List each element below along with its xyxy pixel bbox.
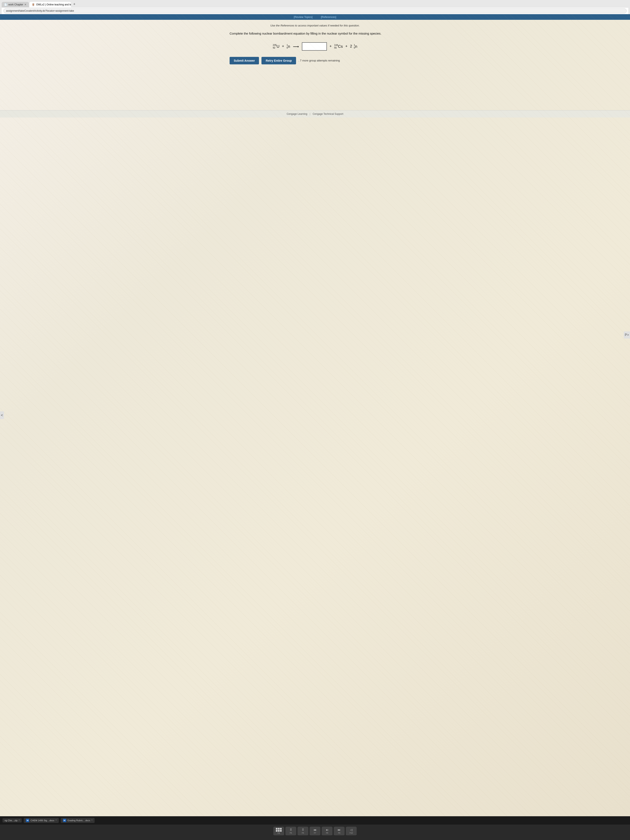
product3-nuclide: 1 0 n (354, 44, 357, 49)
f5-icon: ⠿ (290, 828, 292, 832)
taskbar-docx2[interactable]: W Grading Rubric....docx ^ (61, 818, 95, 823)
product2-nuclide: 144 55 Cs (334, 44, 343, 49)
footer-cengage[interactable]: Cengage Learning (287, 112, 307, 115)
tab-owlv2[interactable]: 🦉 OWLv2 | Online teaching and le ✕ (29, 2, 71, 7)
submit-answer-button[interactable]: Submit Answer (230, 57, 259, 65)
f7-icon: ⏮ (314, 828, 316, 832)
plus2: + (329, 44, 332, 49)
footer-separator: | (309, 112, 310, 115)
f7-key[interactable]: ⏮ F7 (309, 827, 321, 836)
taskbar-docx1[interactable]: W CHEM 1406 Sig....docx ^ (24, 818, 58, 823)
equation-container: 235 92 U + 1 0 n ⟶ + 144 (230, 42, 400, 51)
f9-icon: ⏭ (338, 828, 341, 832)
fn-key-row: F4 ⠿ F5 ⠿ F6 ⏮ F7 ⏯ F8 ⏭ F9 ◁ F10 (4, 827, 626, 836)
plus3: + (346, 44, 348, 49)
tab-label-2: OWLv2 | Online teaching and le (36, 3, 71, 6)
tab-bar: 📄 work Chapter ✕ 🦉 OWLv2 | Online teachi… (2, 1, 628, 7)
product2-symbol: Cs (338, 44, 343, 49)
browser-chrome: 📄 work Chapter ✕ 🦉 OWLv2 | Online teachi… (0, 0, 630, 14)
footer-support[interactable]: Cengage Technical Support (313, 112, 343, 115)
f4-label: F4 (278, 832, 280, 834)
f9-key[interactable]: ⏭ F9 (334, 827, 344, 836)
product3-symbol: n (355, 44, 357, 49)
taskbar-docx2-label: Grading Rubric....docx (68, 819, 90, 822)
f8-key[interactable]: ⏯ F8 (322, 827, 333, 836)
question-text: Complete the following nuclear bombardme… (230, 31, 400, 36)
page-content: < [Review Topics] [References] Use the R… (0, 14, 630, 816)
f4-key[interactable]: F4 (273, 827, 284, 836)
reaction-arrow: ⟶ (293, 44, 299, 49)
f8-icon: ⏯ (325, 828, 328, 832)
product2-atomic: 55 (334, 46, 337, 49)
buttons-row: Submit Answer Retry Entire Group . 7 mor… (230, 57, 400, 65)
tab-label-1: work Chapter (8, 3, 23, 6)
reactant1-mass: 235 (273, 44, 276, 46)
taskbar-docx1-chevron: ^ (55, 819, 57, 822)
taskbar-word-icon-1: W (26, 819, 29, 822)
f10-label: F10 (350, 832, 353, 834)
taskbar-zip-chevron: ^ (19, 819, 20, 822)
answer-input-box[interactable] (302, 42, 327, 51)
page-footer: Cengage Learning | Cengage Technical Sup… (0, 110, 630, 117)
f10-key[interactable]: ◁ F10 (346, 827, 357, 836)
f6-label: F6 (302, 832, 304, 834)
f7-label: F7 (314, 832, 316, 834)
f8-label: F8 (326, 832, 328, 834)
top-nav-bar: [Review Topics] [References] (0, 14, 630, 20)
taskbar-word-icon-2: W (63, 819, 66, 822)
address-bar-row: assignment/takeCovalentActivity.do?locat… (2, 7, 628, 14)
instruction-text: Use the References to access important v… (230, 24, 400, 27)
product2-mass: 144 (334, 44, 338, 46)
reactant2-nuclide: 1 0 n (287, 44, 290, 49)
product3-count: 2 (350, 44, 352, 49)
taskbar-docx1-label: CHEM 1406 Sig....docx (30, 819, 54, 822)
tab-icon-2: 🦉 (32, 3, 35, 6)
reactant1-nuclide: 235 92 U (273, 44, 279, 49)
reactant1-symbol: U (277, 44, 279, 49)
taskbar-zip[interactable]: ng Che....zip ^ (3, 818, 22, 823)
right-nav-arrow[interactable]: P> (624, 332, 630, 338)
review-topics-link[interactable]: [Review Topics] (294, 16, 313, 19)
taskbar-docx2-chevron: ^ (92, 819, 93, 822)
f10-icon: ◁ (350, 828, 352, 832)
references-link[interactable]: [References] (321, 16, 336, 19)
reactant2-symbol: n (288, 44, 290, 49)
f4-icon (276, 828, 282, 832)
f9-label: F9 (338, 832, 340, 834)
question-area: Use the References to access important v… (221, 20, 409, 68)
f6-icon: ⠿ (302, 828, 304, 832)
reactant1-atomic: 92 (273, 46, 275, 49)
left-nav-arrow[interactable]: < (0, 412, 4, 419)
new-tab-button[interactable]: + (71, 1, 77, 7)
attempts-remaining-text: . 7 more group attempts remaining (298, 59, 340, 62)
address-bar[interactable]: assignment/takeCovalentActivity.do?locat… (3, 8, 627, 13)
retry-entire-group-button[interactable]: Retry Entire Group (262, 57, 296, 65)
f5-key[interactable]: ⠿ F5 (286, 827, 296, 836)
taskbar: ng Che....zip ^ W CHEM 1406 Sig....docx … (0, 816, 630, 824)
taskbar-zip-label: ng Che....zip (5, 819, 17, 822)
tab-icon-1: 📄 (4, 3, 7, 6)
plus1: + (282, 44, 284, 49)
f5-label: F5 (290, 832, 292, 834)
tab-work-chapter[interactable]: 📄 work Chapter ✕ (2, 2, 29, 7)
tab-close-1[interactable]: ✕ (24, 3, 27, 6)
keyboard-area: F4 ⠿ F5 ⠿ F6 ⏮ F7 ⏯ F8 ⏭ F9 ◁ F10 (0, 824, 630, 840)
f6-key[interactable]: ⠿ F6 (297, 827, 308, 836)
